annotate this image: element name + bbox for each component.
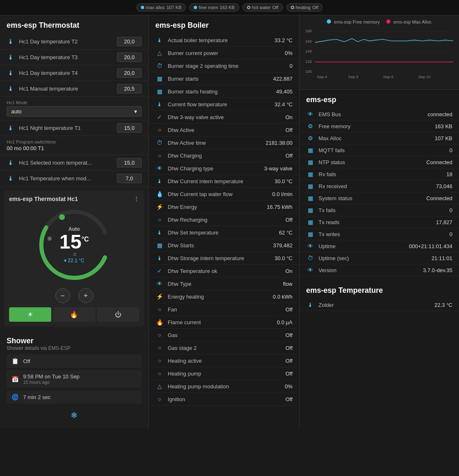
boiler-row: 🌡 Current flow temperature 32.4 °C	[149, 98, 299, 111]
shower-section: Shower Shower details via EMS-ESP 📋 Off …	[0, 331, 148, 428]
hc1-flame-button[interactable]: 🔥	[53, 307, 95, 322]
grid-icon: ▦	[306, 219, 314, 225]
badge-hotwater-label: hot water	[252, 5, 271, 10]
check-icon: ✓	[155, 114, 164, 120]
boiler-label: Fan	[168, 306, 177, 313]
boiler-row: 🌡 Dhw Current intern temperature 30.0 °C	[149, 175, 299, 188]
hc1-sun-button[interactable]: ☀	[9, 307, 51, 322]
status-value: 3.7.0-dev.35	[423, 267, 452, 273]
boiler-label: Heating active	[168, 358, 202, 364]
hc1-actual-temp: ▾ 22.1 °C	[64, 258, 85, 263]
top-bar: max alloc 107 KB free mem 163 KB hot wat…	[0, 0, 459, 15]
status-row: ⚙ Free memory 163 KB	[300, 120, 459, 132]
thermo-row-manual: 🌡 Hc1 Manual temperature 20,5	[0, 81, 148, 97]
boiler-row: ▦ Burner starts 422,887	[149, 72, 299, 85]
status-label: EMS Bus	[319, 111, 341, 117]
badge-maxalloc-label: max alloc	[146, 5, 165, 10]
grid-icon: ▦	[155, 75, 164, 82]
boiler-label: Dhw 3-way valve active	[168, 114, 224, 120]
shower-ago-value: 15 hours ago	[23, 380, 80, 385]
hc1-plus-button[interactable]: +	[78, 288, 93, 303]
thermo-value-t4[interactable]: 20,0	[117, 68, 142, 78]
badge-dot	[291, 6, 294, 9]
status-value: 107 KB	[435, 135, 452, 141]
boiler-rows: 🌡 Actual boiler temperature 33.2 °C △ Bu…	[149, 34, 299, 406]
boiler-label: Dhw Current tap water flow	[168, 191, 233, 197]
boiler-value: On	[285, 268, 293, 274]
thermo-row-t3: 🌡 Hc1 Day temperature T3 20,0	[0, 50, 148, 65]
boiler-row: ⏱ Burner stage 2 operating time 0	[149, 60, 299, 72]
bolt-icon: ⚡	[155, 203, 164, 210]
boiler-row: △ Burner current power 0%	[149, 47, 299, 60]
program-value: 00 mo 00:00 T1	[7, 145, 142, 151]
thermo-value-night[interactable]: 15,0	[117, 123, 142, 133]
boiler-value: 0.0 kWh	[273, 294, 293, 300]
status-row: ▦ NTP status Connected	[300, 156, 459, 168]
boiler-row: ⏱ Dhw Active time 2181:38:00	[149, 136, 299, 149]
thermo-value-mod[interactable]: 7,0	[117, 174, 142, 183]
thermo-icon-manual: 🌡	[7, 85, 15, 93]
thermo-icon: 🌡	[306, 301, 314, 308]
emsesp-rows: 👁 EMS Bus connected ⚙ Free memory 163 KB…	[300, 108, 459, 276]
boiler-value: 30.0 °C	[274, 178, 293, 184]
boiler-value: 16.75 kWh	[267, 204, 293, 210]
mode-row: Hc1 Mode auto ▾	[0, 97, 148, 120]
boiler-value: 0.0 l/min	[272, 191, 293, 197]
thermo-value-t2[interactable]: 20,0	[117, 37, 142, 46]
boiler-row: ○ Dhw Charging Off	[149, 149, 299, 162]
boiler-label: Burner stage 2 operating time	[168, 63, 238, 69]
status-label: Max Alloc	[319, 135, 342, 141]
circle-icon: ○	[155, 306, 164, 313]
boiler-label: Actual boiler temperature	[168, 37, 228, 43]
shower-status-icon: 📋	[12, 358, 19, 364]
boiler-label: Ignition	[168, 396, 185, 402]
left-panel: ems-esp Thermostat 🌡 Hc1 Day temperature…	[0, 15, 149, 428]
svg-text:Sep 6: Sep 6	[348, 74, 359, 79]
thermo-value-selected[interactable]: 15,0	[117, 158, 142, 167]
mode-select[interactable]: auto ▾	[7, 106, 142, 117]
thermo-row-mod: 🌡 Hc1 Temperature when mod... 7,0	[0, 171, 148, 187]
boiler-row: ○ Gas Off	[149, 329, 299, 342]
thermo-label-manual: Hc1 Manual temperature	[19, 86, 78, 92]
circle-icon: ○	[155, 332, 164, 338]
shower-duration-value: 7 min 2 sec	[23, 394, 50, 400]
mode-label: Hc1 Mode	[7, 100, 142, 105]
boiler-value: 379,482	[273, 242, 293, 249]
right-panel: ems-esp Free memory ems-esp Max Alloc 18…	[300, 15, 459, 428]
hc1-power-button[interactable]: ⏻	[97, 307, 139, 322]
status-value: connected	[428, 111, 452, 117]
circle-icon: ○	[155, 152, 164, 159]
thermo-icon-selected: 🌡	[7, 159, 15, 167]
thermo-row-selected: 🌡 Hc1 Selected room temperat... 15,0	[0, 155, 148, 171]
thermo-label-t4: Hc1 Day temperature T4	[19, 70, 78, 76]
boiler-label: Gas	[168, 332, 178, 338]
thermo-icon-t2: 🌡	[7, 38, 15, 45]
boiler-value: Off	[285, 345, 293, 351]
thermo-value-manual[interactable]: 20,5	[117, 84, 142, 93]
shower-duration-item: 🌀 7 min 2 sec	[7, 390, 142, 404]
thermo-icon: 🌡	[155, 229, 164, 236]
status-row: 👁 Uptime 000+21:11:01.434	[300, 240, 459, 252]
badge-freemem-label: free mem	[199, 5, 218, 10]
thermo-icon-t3: 🌡	[7, 54, 15, 61]
badge-dot	[194, 6, 197, 9]
thermo-icon: 🌡	[155, 255, 164, 261]
boiler-row: 🌡 Actual boiler temperature 33.2 °C	[149, 34, 299, 47]
badge-hot-water: hot water Off	[243, 3, 283, 12]
status-label: NTP status	[319, 159, 345, 165]
status-label: Tx fails	[319, 207, 335, 213]
gear-icon: ⚙	[306, 135, 314, 141]
mode-value: auto	[11, 108, 21, 115]
badge-maxalloc-value: 107 KB	[166, 5, 181, 10]
gear-icon: ⚙	[306, 123, 314, 129]
tri-icon: △	[155, 50, 164, 56]
boiler-row: ○ Ignition Off	[149, 393, 299, 406]
hc1-minus-button[interactable]: −	[55, 288, 70, 303]
thermo-value-t3[interactable]: 20,0	[117, 53, 142, 62]
boiler-label: Heating pump modulation	[168, 383, 229, 390]
status-row: ▦ Tx reads 17,827	[300, 216, 459, 228]
thermo-icon: 🌡	[155, 101, 164, 108]
boiler-label: Dhw Charging type	[168, 165, 214, 172]
shower-status-value: Off	[23, 358, 30, 364]
hc1-menu-icon[interactable]: ⋮	[133, 196, 139, 202]
